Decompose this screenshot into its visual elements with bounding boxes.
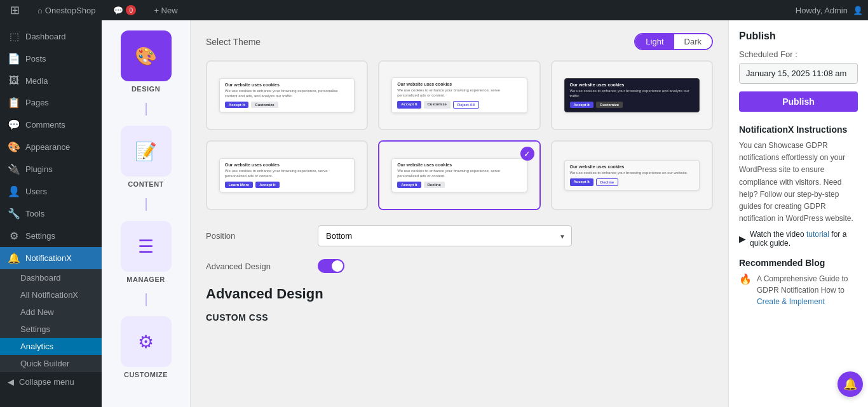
step-design[interactable]: 🎨 DESIGN: [107, 30, 185, 93]
sidebar-item-users[interactable]: 👤 Users: [0, 180, 102, 203]
comments-link[interactable]: 💬 0: [108, 0, 141, 20]
fire-icon: 🔥: [739, 273, 752, 285]
comment-count: 0: [126, 5, 136, 15]
blog-link[interactable]: Create & Implement: [757, 297, 825, 306]
sidebar-item-media[interactable]: 🖼 Media: [0, 70, 102, 91]
sidebar-item-settings[interactable]: ⚙ Settings: [0, 225, 102, 247]
theme-preview-2: Our website uses cookies We use cookies …: [391, 77, 527, 113]
submenu-label-analytics: Analytics: [20, 342, 53, 351]
submenu-item-builder[interactable]: Quick Builder: [0, 355, 102, 372]
scheduled-label: Scheduled For :: [739, 50, 858, 59]
users-icon: 👤: [8, 185, 20, 197]
tutorial-link[interactable]: tutorial: [806, 230, 829, 239]
sidebar-label-settings: Settings: [25, 231, 55, 241]
theme-card-2[interactable]: Our website uses cookies We use cookies …: [378, 60, 540, 130]
submenu-label-all: All NotificationX: [20, 290, 78, 300]
content-icon: 📝: [135, 141, 157, 162]
sidebar-label-tools: Tools: [25, 209, 44, 218]
content-label: CONTENT: [128, 180, 164, 188]
admin-sidebar: ⬚ Dashboard 📄 Posts 🖼 Media 📋 Pages 💬 Co…: [0, 20, 102, 407]
appearance-icon: 🎨: [8, 141, 20, 153]
notification-bell[interactable]: 🔔: [837, 371, 863, 397]
notificationx-icon: 🔔: [8, 252, 20, 264]
comments-menu-icon: 💬: [8, 119, 20, 131]
wp-logo-link[interactable]: ⊞: [5, 0, 25, 20]
sidebar-label-comments: Comments: [25, 120, 65, 130]
theme-card-6[interactable]: Our website uses cookies We use cookies …: [551, 140, 713, 210]
customize-icon-box: ⚙: [121, 316, 172, 367]
submenu-item-dashboard[interactable]: Dashboard: [0, 269, 102, 286]
sidebar-item-notificationx[interactable]: 🔔 NotificationX: [0, 247, 102, 269]
design-label: DESIGN: [132, 85, 160, 93]
theme-card-1[interactable]: Our website uses cookies We use cookies …: [206, 60, 368, 130]
theme-preview-6: Our website uses cookies We use cookies …: [564, 160, 700, 190]
instructions-title: NotificationX Instructions: [739, 124, 858, 135]
position-select[interactable]: Bottom Top Top Left Top Right Bottom Lef…: [318, 225, 572, 246]
avatar-icon: 👤: [853, 6, 863, 15]
sidebar-item-posts[interactable]: 📄 Posts: [0, 48, 102, 70]
new-label: + New: [154, 6, 177, 15]
sidebar-label-dashboard: Dashboard: [25, 32, 66, 41]
home-icon: ⌂: [37, 6, 43, 15]
collapse-menu-button[interactable]: ◀ Collapse menu: [0, 372, 102, 392]
theme-preview-5: Our website uses cookies We use cookies …: [391, 158, 527, 192]
section-header: Select Theme Light Dark: [206, 33, 713, 50]
bell-icon: 🔔: [843, 377, 857, 391]
sidebar-item-dashboard[interactable]: ⬚ Dashboard: [0, 25, 102, 48]
tools-icon: 🔧: [8, 208, 20, 220]
sidebar-item-tools[interactable]: 🔧 Tools: [0, 203, 102, 225]
step-content[interactable]: 📝 CONTENT: [107, 126, 185, 188]
watch-video-text: Watch the video tutorial for a quick gui…: [750, 230, 858, 248]
advanced-design-toggle[interactable]: [318, 259, 572, 273]
sidebar-label-notificationx: NotificationX: [25, 253, 72, 263]
submenu-item-analytics[interactable]: Analytics: [0, 338, 102, 355]
theme-card-5[interactable]: Our website uses cookies We use cookies …: [378, 140, 540, 210]
publish-button[interactable]: Publish: [739, 91, 858, 112]
position-select-wrapper[interactable]: Bottom Top Top Left Top Right Bottom Lef…: [318, 225, 572, 246]
sidebar-item-plugins[interactable]: 🔌 Plugins: [0, 158, 102, 180]
submenu-item-settings[interactable]: Settings: [0, 321, 102, 338]
advanced-design-row: Advanced Design: [206, 259, 713, 273]
position-field-row: Position Bottom Top Top Left Top Right B…: [206, 225, 713, 246]
watch-video-row: ▶ Watch the video tutorial for a quick g…: [739, 230, 858, 248]
light-mode-button[interactable]: Light: [635, 34, 674, 49]
theme-toggle[interactable]: Light Dark: [634, 33, 713, 50]
sidebar-item-pages[interactable]: 📋 Pages: [0, 91, 102, 114]
step-connector-1: [146, 103, 147, 116]
toggle-track[interactable]: [318, 259, 344, 273]
rec-text: A Comprehensive Guide to GDPR Notificati…: [757, 273, 858, 307]
collapse-arrow-icon: ◀: [8, 377, 14, 387]
new-content-link[interactable]: + New: [149, 0, 182, 20]
pages-icon: 📋: [8, 97, 20, 109]
position-control[interactable]: Bottom Top Top Left Top Right Bottom Lef…: [318, 225, 572, 246]
wp-logo-icon: ⊞: [10, 3, 20, 17]
custom-css-title: CUSTOM CSS: [206, 312, 713, 323]
howdy-text: Howdy, Admin: [796, 6, 848, 15]
toggle-thumb: [332, 260, 343, 272]
plugins-icon: 🔌: [8, 163, 20, 175]
dashboard-icon: ⬚: [8, 30, 20, 43]
sidebar-item-comments[interactable]: 💬 Comments: [0, 114, 102, 136]
advanced-design-section-title: Advanced Design: [206, 286, 713, 302]
select-theme-label: Select Theme: [206, 37, 261, 47]
content-area: Select Theme Light Dark Our website uses…: [191, 20, 728, 407]
submenu-item-all[interactable]: All NotificationX: [0, 286, 102, 304]
sidebar-label-plugins: Plugins: [25, 164, 53, 174]
theme-card-4[interactable]: Our website uses cookies We use cookies …: [206, 140, 368, 210]
dark-mode-button[interactable]: Dark: [674, 34, 712, 49]
step-connector-2: [146, 198, 147, 211]
recommended-section: Recommended Blog 🔥 A Comprehensive Guide…: [739, 258, 858, 307]
site-name-link[interactable]: ⌂ OnestopShop: [32, 0, 100, 20]
sidebar-item-appearance[interactable]: 🎨 Appearance: [0, 136, 102, 158]
step-customize[interactable]: ⚙ CUSTOMIZE: [107, 316, 185, 378]
toggle-switch[interactable]: [318, 259, 572, 273]
step-manager[interactable]: ☰ MANAGER: [107, 221, 185, 283]
admin-bar: ⊞ ⌂ OnestopShop 💬 0 + New Howdy, Admin 👤: [0, 0, 868, 20]
instructions-text: You can Showcase GDPR notifications effo…: [739, 140, 858, 225]
theme-card-3[interactable]: Our website uses cookies We use cookies …: [551, 60, 713, 130]
manager-icon-box: ☰: [121, 221, 172, 272]
theme-card-inner-4: Our website uses cookies We use cookies …: [207, 142, 367, 209]
manager-label: MANAGER: [126, 276, 165, 283]
submenu-item-add[interactable]: Add New: [0, 304, 102, 321]
theme-preview-1: Our website uses cookies We use cookies …: [219, 78, 355, 112]
